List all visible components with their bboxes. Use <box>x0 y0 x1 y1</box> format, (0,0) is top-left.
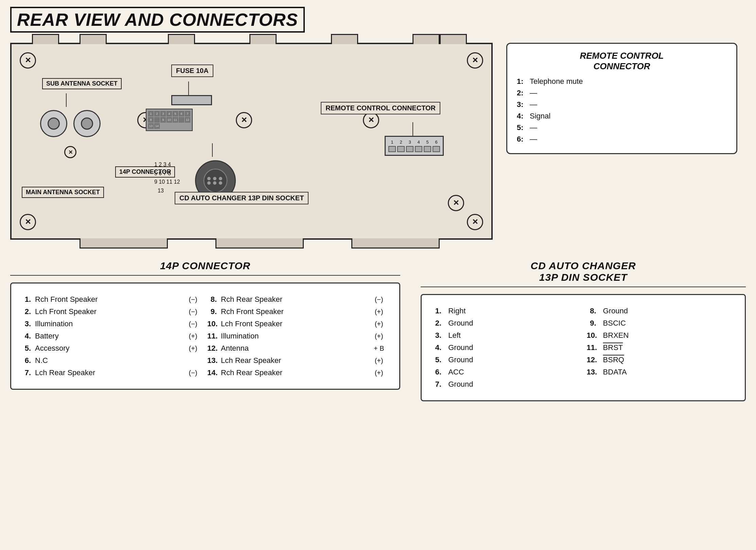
left-label: Accessory <box>35 344 179 353</box>
left-label: Right <box>448 307 580 315</box>
x-circle-right: ✕ <box>363 112 379 128</box>
pin-num: 6: <box>517 135 527 144</box>
cd-row: 3. Left 10. BRXEN <box>432 331 735 340</box>
right-label: BRXEN <box>603 331 735 340</box>
pin-num: 1: <box>517 77 527 86</box>
connector-14p-box: 1. Rch Front Speaker (−) 8. Rch Rear Spe… <box>10 282 400 390</box>
left-label: Ground <box>448 343 580 352</box>
pin-label: — <box>530 100 537 109</box>
right-num: 10. <box>587 331 596 340</box>
rcc-pin-row: 4: Signal <box>517 112 727 121</box>
right-sign: (+) <box>369 320 389 328</box>
right-label: Rch Front Speaker <box>221 307 365 316</box>
connector-14p-row: 7. Lch Rear Speaker (−) 14. Rch Rear Spe… <box>21 368 389 377</box>
right-num: 12. <box>587 355 596 364</box>
pin-num: 2: <box>517 89 527 97</box>
right-label: Ground <box>603 307 735 315</box>
right-num: 8. <box>207 295 217 304</box>
cd-label-diagram: CD AUTO CHANGER 13P DIN SOCKET <box>175 192 309 204</box>
left-sign: (+) <box>183 332 203 340</box>
right-num: 13. <box>207 356 217 365</box>
left-num: 1. <box>432 307 441 315</box>
cd-auto-changer-section: CD AUTO CHANGER 13P DIN SOCKET 1. Right … <box>421 260 746 401</box>
rcc-pin-row: 2: — <box>517 89 727 97</box>
right-sign: (−) <box>369 296 389 304</box>
pin-num: 5: <box>517 123 527 132</box>
right-label-overline: BRST <box>603 343 735 352</box>
left-label: Battery <box>35 332 179 341</box>
right-num: 10. <box>207 319 217 328</box>
main-antenna-socket <box>73 110 101 137</box>
screw-tl: ✕ <box>20 52 36 69</box>
left-num: 7. <box>21 368 31 377</box>
right-label: Rch Rear Speaker <box>221 368 365 377</box>
device-box: ✕ ✕ ✕ ✕ ✕ ✕ ✕ ✕ SUB ANTENNA SOCKET ✕ MAI… <box>10 43 493 240</box>
right-num: 11. <box>587 343 596 352</box>
right-num: 14. <box>207 368 217 377</box>
right-num: 9. <box>207 307 217 316</box>
cd-section-title: CD AUTO CHANGER 13P DIN SOCKET <box>421 260 746 287</box>
left-num: 5. <box>21 344 31 353</box>
bottom-section: 14P CONNECTOR 1. Rch Front Speaker (−) 8… <box>10 260 746 401</box>
screw-tr: ✕ <box>467 52 483 69</box>
rcc-arrow <box>412 122 413 136</box>
connector-14p-row: 1. Rch Front Speaker (−) 8. Rch Rear Spe… <box>21 295 389 304</box>
right-num: 9. <box>587 319 596 328</box>
antenna-x: ✕ <box>64 146 76 158</box>
cd-row: 5. Ground 12. BSRQ <box>432 355 735 364</box>
left-label: Lch Rear Speaker <box>35 368 179 377</box>
main-antenna-label: MAIN ANTENNA SOCKET <box>22 187 104 198</box>
cd-row: 2. Ground 9. BSCIC <box>432 319 735 328</box>
rcc-pin-row: 5: — <box>517 123 727 132</box>
right-label: Rch Rear Speaker <box>221 295 365 304</box>
rcc-pins-list: 1: Telephone mute2: —3: —4: Signal5: —6:… <box>517 77 727 144</box>
right-panel: REMOTE CONTROL CONNECTOR 1: Telephone mu… <box>506 43 737 164</box>
tab-top-6 <box>412 34 440 44</box>
rcc-label-diagram: REMOTE CONTROL CONNECTOR <box>321 102 440 114</box>
cd-row: 1. Right 8. Ground <box>432 307 735 315</box>
cd-row: 7. Ground <box>432 380 735 389</box>
tab-top-1 <box>32 34 59 44</box>
right-sign: + B <box>369 345 389 352</box>
tab-top-7 <box>440 34 467 44</box>
left-num: 3. <box>21 319 31 328</box>
left-sign: (−) <box>183 369 203 377</box>
tab-top-4 <box>249 34 277 44</box>
fuse-label: FUSE 10A <box>171 65 213 77</box>
fuse-component <box>171 95 212 105</box>
right-label: Illumination <box>221 332 365 341</box>
pin-label: — <box>530 135 537 144</box>
left-num: 2. <box>21 307 31 316</box>
pin-label: — <box>530 123 537 132</box>
sub-antenna-socket <box>40 110 67 137</box>
left-num: 3. <box>432 331 441 340</box>
tab-top-2 <box>80 34 107 44</box>
connector-14p-section: 14P CONNECTOR 1. Rch Front Speaker (−) 8… <box>10 260 400 401</box>
left-label: Left <box>448 331 580 340</box>
left-label: Lch Front Speaker <box>35 307 179 316</box>
right-label-overline: BSRQ <box>603 355 735 364</box>
screw-br: ✕ <box>467 214 483 230</box>
left-num: 6. <box>432 368 441 377</box>
sub-antenna-label: SUB ANTENNA SOCKET <box>42 78 122 89</box>
antenna-sockets <box>39 109 102 139</box>
right-label: Lch Front Speaker <box>221 319 365 328</box>
left-num: 6. <box>21 356 31 365</box>
screw-bl: ✕ <box>20 214 36 230</box>
pin-num: 4: <box>517 112 527 121</box>
fuse-arrow <box>188 81 189 95</box>
connector-14p-row: 2. Lch Front Speaker (−) 9. Rch Front Sp… <box>21 307 389 316</box>
connector-14p-section-title: 14P CONNECTOR <box>10 260 400 276</box>
x-circle-br2: ✕ <box>448 195 464 211</box>
arrow-sub <box>66 93 67 107</box>
left-sign: (+) <box>183 345 203 352</box>
left-sign: (−) <box>183 296 203 304</box>
left-sign: (−) <box>183 320 203 328</box>
connector-14p-rows: 1. Rch Front Speaker (−) 8. Rch Rear Spe… <box>21 295 389 377</box>
left-label: ACC <box>448 368 580 377</box>
tab-bottom-3 <box>351 238 440 249</box>
right-label: Lch Rear Speaker <box>221 356 365 365</box>
left-num: 4. <box>21 332 31 341</box>
right-num: 8. <box>587 307 596 315</box>
left-num: 5. <box>432 355 441 364</box>
